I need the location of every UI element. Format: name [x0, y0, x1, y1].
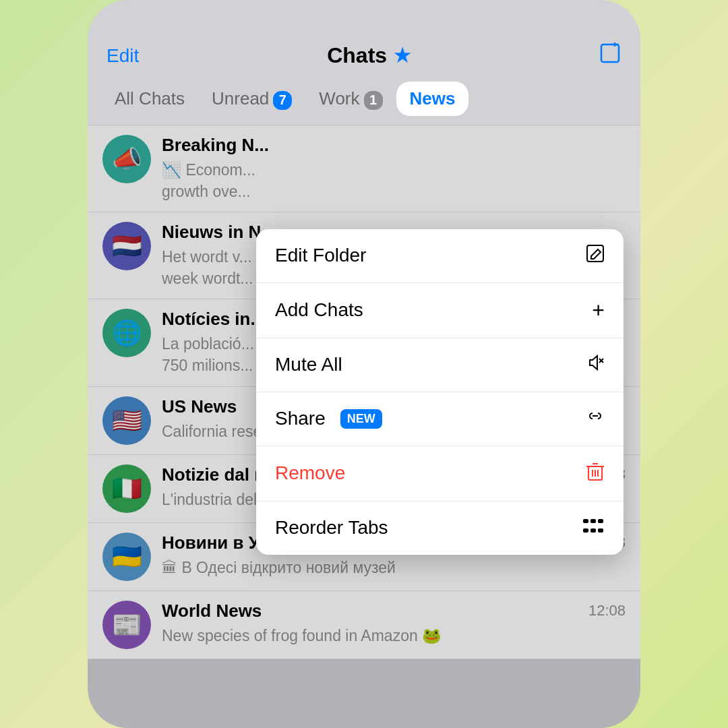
menu-item-add-chats[interactable]: Add Chats +: [256, 283, 624, 338]
share-icon: [586, 407, 605, 431]
unread-badge: 7: [273, 91, 292, 110]
svg-rect-17: [590, 528, 596, 533]
tab-unread[interactable]: Unread7: [198, 82, 305, 117]
page-title: Chats: [327, 43, 387, 68]
top-nav: Edit Chats ★: [88, 34, 640, 78]
remove-label: Remove: [275, 462, 345, 484]
menu-item-mute-all[interactable]: Mute All: [256, 338, 624, 392]
tabs-bar: All Chats Unread7 Work1 News: [88, 78, 640, 125]
menu-item-reorder-tabs[interactable]: Reorder Tabs: [256, 502, 624, 555]
tab-all-chats[interactable]: All Chats: [101, 82, 198, 116]
compose-icon[interactable]: [599, 42, 621, 69]
mute-all-label: Mute All: [275, 354, 342, 375]
tab-work[interactable]: Work1: [305, 82, 396, 117]
edit-button[interactable]: Edit: [107, 45, 139, 67]
reorder-tabs-icon: [582, 516, 605, 540]
menu-item-remove[interactable]: Remove: [256, 446, 624, 502]
mute-all-icon: [586, 353, 605, 377]
menu-item-share[interactable]: Share NEW: [256, 392, 624, 446]
phone-frame: Edit Chats ★ All Chats: [0, 0, 728, 728]
share-label: Share: [275, 408, 326, 429]
svg-rect-18: [598, 528, 603, 533]
nav-title-container: Chats ★: [327, 43, 411, 68]
work-badge: 1: [364, 91, 383, 110]
svg-rect-0: [601, 44, 619, 62]
star-icon: ★: [394, 44, 411, 67]
svg-rect-15: [598, 519, 603, 523]
screen: Edit Chats ★ All Chats: [88, 0, 640, 728]
reorder-tabs-label: Reorder Tabs: [275, 517, 388, 539]
svg-rect-16: [583, 528, 588, 533]
svg-rect-3: [587, 245, 603, 262]
tab-news[interactable]: News: [396, 82, 469, 116]
context-menu: Edit Folder Add Chats: [256, 229, 624, 555]
new-badge: NEW: [340, 409, 382, 429]
add-chats-icon: +: [592, 298, 605, 323]
edit-folder-icon: [586, 244, 605, 268]
edit-folder-label: Edit Folder: [275, 245, 366, 266]
remove-icon: [586, 461, 605, 486]
svg-rect-14: [590, 519, 596, 523]
chat-list-container: 📣 Breaking N... 📉 Econom...growth ove...…: [88, 125, 640, 729]
svg-rect-13: [583, 519, 588, 523]
status-bar: [88, 0, 640, 34]
menu-item-edit-folder[interactable]: Edit Folder: [256, 229, 624, 283]
add-chats-label: Add Chats: [275, 299, 363, 321]
